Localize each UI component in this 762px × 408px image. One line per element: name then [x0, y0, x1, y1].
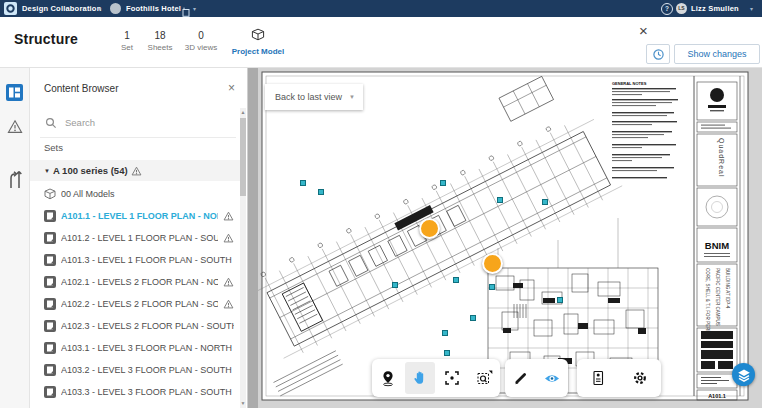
- pan-tool[interactable]: [405, 362, 435, 394]
- warning-icon: [223, 299, 234, 309]
- stat-sheets: 18 Sheets: [142, 30, 178, 52]
- close-icon[interactable]: ×: [228, 81, 235, 95]
- user-avatar[interactable]: LS: [676, 3, 687, 14]
- panel-divider[interactable]: [248, 68, 258, 408]
- list-item[interactable]: A101.3 - LEVEL 1 FLOOR PLAN - SOUTH BAR-…: [30, 249, 240, 271]
- hyperlink-marker[interactable]: [542, 199, 548, 205]
- merge-arrows-icon: [6, 167, 24, 190]
- sheet-icon: [44, 210, 56, 222]
- location-marker-tool[interactable]: [373, 362, 403, 394]
- hyperlink-marker[interactable]: [318, 189, 324, 195]
- hyperlink-marker[interactable]: [453, 277, 459, 283]
- series-label: A 100 series (54): [53, 165, 128, 176]
- list-item[interactable]: A101.2 - LEVEL 1 FLOOR PLAN - SOUTH BAR: [30, 227, 240, 249]
- svg-text:BNIM: BNIM: [705, 240, 729, 251]
- hyperlink-marker[interactable]: [442, 330, 448, 336]
- list-item-label: A101.3 - LEVEL 1 FLOOR PLAN - SOUTH BAR-…: [61, 255, 234, 265]
- model-cube-icon: [44, 188, 56, 200]
- settings-tool[interactable]: [625, 362, 655, 394]
- hyperlink-marker[interactable]: [300, 180, 306, 186]
- close-icon[interactable]: ×: [639, 22, 648, 39]
- change-history-button[interactable]: [646, 44, 670, 64]
- assistant-chat-button[interactable]: [732, 363, 755, 386]
- visibility-eye-icon: [543, 371, 561, 386]
- warning-icon: [223, 277, 234, 287]
- markup-tool[interactable]: [506, 362, 536, 394]
- list-item[interactable]: A102.3 - LEVELS 2 FLOOR PLAN - SOUTH BAR…: [30, 315, 240, 337]
- settings-tool-group: [577, 359, 661, 397]
- scroll-up-icon[interactable]: ▲: [239, 109, 247, 115]
- properties-tool[interactable]: [583, 362, 613, 394]
- hyperlink-marker[interactable]: [444, 350, 450, 356]
- chevron-down-icon[interactable]: ▾: [193, 5, 196, 12]
- sets-section-label: Sets: [44, 142, 63, 153]
- user-menu[interactable]: Lizz Smullen: [691, 4, 739, 13]
- list-item-label: A101.1 - LEVEL 1 FLOOR PLAN - NORTH BAR: [61, 211, 218, 221]
- sheet-list: 00 All ModelsA101.1 - LEVEL 1 FLOOR PLAN…: [30, 183, 240, 408]
- fit-to-view-tool[interactable]: [437, 362, 467, 394]
- search-input[interactable]: [63, 116, 207, 129]
- hyperlink-marker[interactable]: [497, 197, 503, 203]
- hyperlink-marker[interactable]: [557, 297, 563, 303]
- warning-icon: [131, 166, 142, 176]
- zoom-window-tool[interactable]: [469, 362, 499, 394]
- project-model-button[interactable]: Project Model: [228, 28, 288, 56]
- list-item[interactable]: A103.2 - LEVEL 3 FLOOR PLAN - SOUTH BAR-…: [30, 359, 240, 381]
- scroll-down-icon[interactable]: ▼: [239, 400, 247, 406]
- show-changes-button[interactable]: Show changes: [674, 44, 760, 64]
- sheet-icon: [44, 232, 56, 244]
- change-visibility-tool[interactable]: [537, 362, 567, 394]
- hyperlink-marker[interactable]: [489, 284, 495, 290]
- stat-value: 1: [112, 30, 142, 41]
- warning-icon: [223, 211, 234, 221]
- changes-rail-button[interactable]: [6, 167, 24, 194]
- product-switcher[interactable]: Design Collaboration: [22, 4, 101, 13]
- floor-plan-sheet[interactable]: GENERAL NOTES: [258, 68, 762, 408]
- issues-rail-button[interactable]: [7, 119, 23, 138]
- svg-text:CORE, SHELL & T.I. FOR PERMIT: CORE, SHELL & T.I. FOR PERMIT: [705, 268, 710, 338]
- list-item-label: A103.3 - LEVEL 3 FLOOR PLAN - SOUTH BAR-…: [61, 387, 234, 397]
- project-avatar: [110, 3, 121, 14]
- back-button-label: Back to last view: [275, 92, 342, 102]
- list-item-label: 00 All Models: [61, 189, 115, 199]
- list-item[interactable]: A102.2 - LEVELS 2 FLOOR PLAN - SOUTH BA: [30, 293, 240, 315]
- svg-text:GENERAL NOTES: GENERAL NOTES: [612, 81, 647, 86]
- svg-text:QuadReal: QuadReal: [717, 138, 725, 178]
- stat-sets: 1 Set: [112, 30, 142, 52]
- help-icon[interactable]: ?: [661, 3, 673, 15]
- list-item[interactable]: A103.1 - LEVEL 3 FLOOR PLAN - NORTH BAR: [30, 337, 240, 359]
- warning-icon: [223, 233, 234, 243]
- list-item[interactable]: A102.1 - LEVELS 2 FLOOR PLAN - NORTH BA: [30, 271, 240, 293]
- collapse-caret-icon: ▼: [44, 168, 50, 174]
- content-browser-rail-button[interactable]: [6, 84, 23, 101]
- design-collaboration-window: Design Collaboration ▾ Foothills Hotel ▾…: [0, 0, 762, 408]
- stat-value: 0: [178, 30, 224, 41]
- chevron-down-icon[interactable]: ▾: [750, 5, 753, 12]
- project-switcher[interactable]: Foothills Hotel: [126, 4, 181, 13]
- hyperlink-marker[interactable]: [440, 180, 446, 186]
- view-header: Structure 1 Set 18 Sheets 0 3D views Pro…: [0, 17, 762, 68]
- series-group-row[interactable]: ▼ A 100 series (54): [30, 160, 240, 181]
- hyperlink-marker[interactable]: [392, 282, 398, 288]
- product-logo-icon[interactable]: [4, 2, 17, 15]
- list-item[interactable]: 00 All Models: [30, 183, 240, 205]
- list-item[interactable]: A101.1 - LEVEL 1 FLOOR PLAN - NORTH BAR: [30, 205, 240, 227]
- list-item-label: A103.2 - LEVEL 3 FLOOR PLAN - SOUTH BAR-…: [61, 365, 234, 375]
- sheet-icon: [44, 386, 56, 398]
- content-browser-icon: [8, 86, 21, 99]
- change-marker[interactable]: [482, 253, 503, 274]
- hyperlink-marker[interactable]: [470, 315, 476, 321]
- list-item[interactable]: A103.3 - LEVEL 3 FLOOR PLAN - SOUTH BAR-…: [30, 381, 240, 403]
- back-to-last-view-button[interactable]: Back to last view ▼: [265, 84, 363, 110]
- scrollbar-thumb[interactable]: [240, 118, 246, 196]
- chevron-down-icon: ▾: [98, 5, 101, 12]
- change-marker[interactable]: [419, 218, 440, 239]
- project-model-label: Project Model: [228, 47, 288, 56]
- sheet-icon: [44, 364, 56, 376]
- top-bar: Design Collaboration ▾ Foothills Hotel ▾…: [0, 0, 762, 17]
- settings-gear-icon: [631, 369, 649, 387]
- cube-icon: [251, 28, 265, 42]
- markup-pencil-icon: [512, 369, 530, 387]
- list-item-label: A101.2 - LEVEL 1 FLOOR PLAN - SOUTH BAR: [61, 233, 218, 243]
- history-clock-icon: [652, 48, 665, 61]
